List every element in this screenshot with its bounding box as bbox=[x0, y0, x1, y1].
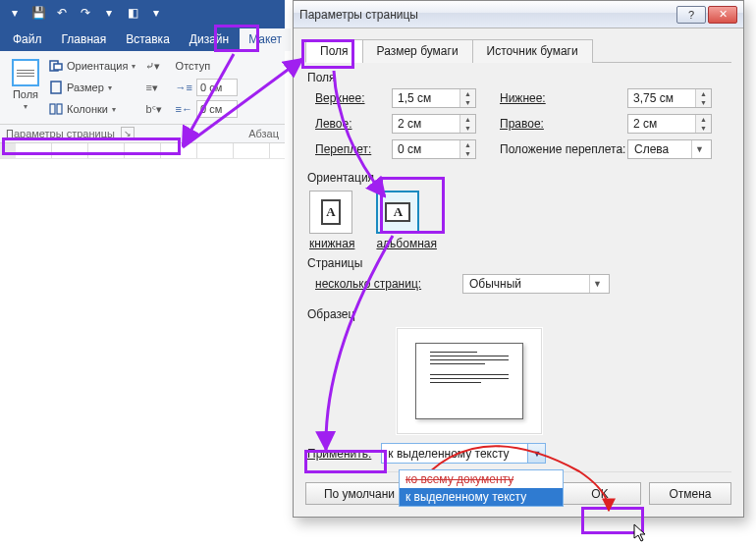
left-margin-input[interactable]: 2 см▲▼ bbox=[392, 114, 476, 134]
tab-paper-source[interactable]: Источник бумаги bbox=[472, 39, 593, 63]
svg-rect-2 bbox=[51, 82, 61, 93]
ribbon-tabs: Файл Главная Вставка Дизайн Макет Ссы bbox=[0, 26, 285, 51]
section-orientation-label: Ориентация bbox=[307, 171, 731, 185]
page-setup-dialog: Параметры страницы ? ✕ Поля Размер бумаг… bbox=[293, 0, 744, 518]
multipages-label: несколько страниц: bbox=[315, 277, 462, 291]
document-area[interactable] bbox=[0, 159, 285, 548]
orientation-landscape[interactable]: альбомная bbox=[376, 191, 437, 250]
svg-rect-1 bbox=[54, 64, 62, 70]
qat-customize-icon[interactable]: ▾ bbox=[147, 4, 165, 22]
indent-left-field[interactable]: →≡ 0 см bbox=[176, 79, 238, 96]
tab-home[interactable]: Главная bbox=[53, 28, 116, 51]
section-fields-label: Поля bbox=[307, 71, 731, 84]
bottom-margin-label: Нижнее: bbox=[500, 91, 627, 105]
columns-icon bbox=[49, 102, 63, 116]
right-margin-input[interactable]: 2 см▲▼ bbox=[627, 114, 712, 134]
group-page-setup-label: Параметры страницы bbox=[6, 128, 115, 139]
margins-icon bbox=[12, 59, 39, 86]
touch-icon[interactable]: ◧ bbox=[124, 4, 141, 22]
undo-icon[interactable]: ↶ bbox=[53, 4, 71, 22]
dialog-title: Параметры страницы bbox=[299, 8, 418, 22]
apply-label: Применить: bbox=[307, 447, 371, 461]
preview-box bbox=[396, 327, 543, 435]
redo-icon[interactable]: ↷ bbox=[77, 4, 94, 22]
section-pages-label: Страницы bbox=[307, 256, 731, 270]
apply-option-selected[interactable]: к выделенному тексту bbox=[400, 488, 563, 506]
gutter-input[interactable]: 0 см▲▼ bbox=[392, 139, 476, 159]
tab-insert[interactable]: Вставка bbox=[117, 28, 179, 51]
margins-label: Поля bbox=[13, 88, 38, 100]
line-numbers-button[interactable]: ≡▾ bbox=[145, 79, 161, 96]
orientation-portrait[interactable]: книжная bbox=[309, 191, 354, 250]
orientation-icon bbox=[49, 59, 63, 73]
gutter-pos-label: Положение переплета: bbox=[500, 142, 627, 156]
size-button[interactable]: Размер▾ bbox=[49, 79, 135, 96]
left-margin-label: Левое: bbox=[315, 117, 392, 131]
indent-right-icon: ≡← bbox=[176, 103, 192, 115]
section-preview-label: Образец bbox=[307, 307, 731, 321]
apply-option-all[interactable]: ко всему документу bbox=[400, 470, 563, 488]
apply-dropdown[interactable]: ко всему документу к выделенному тексту bbox=[399, 469, 564, 507]
qat-more-icon[interactable]: ▾ bbox=[100, 4, 118, 22]
indent-left-icon: →≡ bbox=[176, 82, 192, 93]
dialog-tabs: Поля Размер бумаги Источник бумаги bbox=[305, 38, 731, 63]
right-margin-label: Правое: bbox=[500, 117, 627, 131]
margins-button[interactable]: Поля ▾ bbox=[8, 57, 43, 113]
svg-rect-4 bbox=[57, 104, 62, 114]
columns-button[interactable]: Колонки▾ bbox=[49, 100, 135, 118]
preview-page bbox=[415, 343, 523, 419]
indent-right-field[interactable]: ≡← 0 см bbox=[176, 100, 238, 118]
breaks-button[interactable]: ⤶▾ bbox=[145, 57, 161, 75]
gutter-label: Переплет: bbox=[315, 142, 392, 156]
svg-rect-3 bbox=[50, 104, 55, 114]
ruler[interactable] bbox=[0, 143, 285, 159]
top-margin-input[interactable]: 1,5 см▲▼ bbox=[392, 88, 476, 108]
cancel-button[interactable]: Отмена bbox=[649, 482, 731, 505]
multipages-combo[interactable]: Обычный▼ bbox=[462, 274, 610, 294]
indent-label: Отступ bbox=[176, 60, 211, 72]
ribbon: Поля ▾ Ориентация▾ Размер▾ Колонки▾ ⤶▾ ≡… bbox=[0, 51, 285, 125]
apply-combo[interactable]: к выделенному тексту▼ bbox=[381, 443, 546, 464]
orientation-portrait-label: книжная bbox=[309, 237, 354, 250]
top-margin-label: Верхнее: bbox=[315, 91, 392, 105]
close-button[interactable]: ✕ bbox=[708, 6, 737, 24]
orientation-button[interactable]: Ориентация▾ bbox=[49, 57, 135, 75]
menu-icon[interactable]: ▾ bbox=[6, 4, 24, 22]
tab-file[interactable]: Файл bbox=[4, 28, 51, 51]
tab-fields[interactable]: Поля bbox=[305, 39, 363, 63]
word-window: ▾ 💾 ↶ ↷ ▾ ◧ ▾ Файл Главная Вставка Дизай… bbox=[0, 0, 285, 548]
tab-design[interactable]: Дизайн bbox=[181, 28, 238, 51]
ribbon-group-labels: Параметры страницы ↘ Абзац bbox=[0, 125, 285, 143]
size-icon bbox=[49, 81, 63, 94]
chevron-down-icon: ▾ bbox=[24, 102, 27, 111]
orientation-landscape-label: альбомная bbox=[376, 237, 437, 250]
group-paragraph-label: Абзац bbox=[248, 128, 279, 139]
save-icon[interactable]: 💾 bbox=[29, 4, 47, 22]
page-setup-dialog-launcher[interactable]: ↘ bbox=[121, 127, 135, 140]
tab-layout[interactable]: Макет bbox=[240, 28, 291, 51]
tab-paper-size[interactable]: Размер бумаги bbox=[362, 39, 473, 63]
hyphenation-button[interactable]: bᶜ▾ bbox=[145, 100, 161, 118]
ok-button[interactable]: OK bbox=[559, 482, 641, 505]
gutter-pos-combo[interactable]: Слева▼ bbox=[627, 139, 712, 159]
quick-access-toolbar: ▾ 💾 ↶ ↷ ▾ ◧ ▾ bbox=[0, 0, 285, 26]
help-button[interactable]: ? bbox=[676, 6, 706, 24]
defaults-button[interactable]: По умолчани bbox=[305, 482, 413, 505]
dialog-titlebar[interactable]: Параметры страницы ? ✕ bbox=[294, 1, 743, 28]
bottom-margin-input[interactable]: 3,75 см▲▼ bbox=[627, 88, 712, 108]
